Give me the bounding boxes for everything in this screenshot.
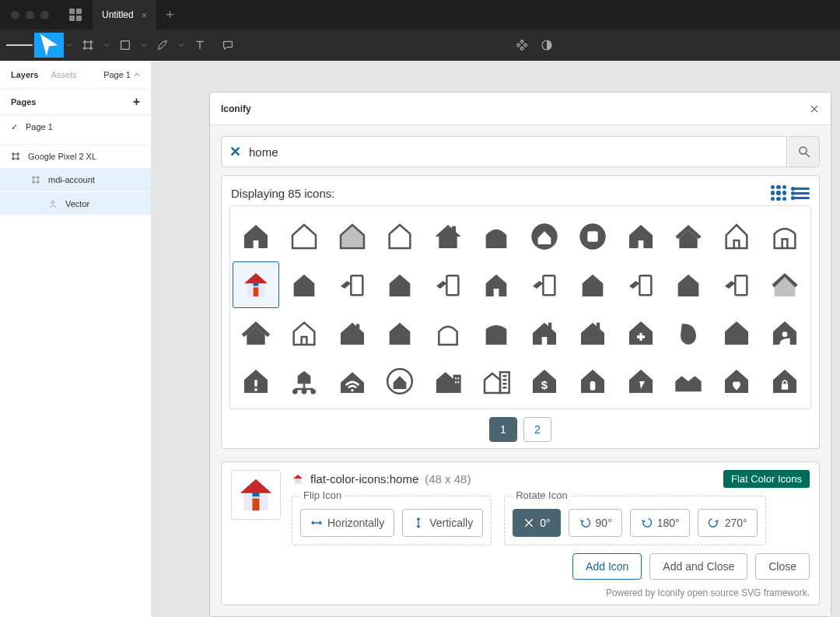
svg-rect-30: [458, 377, 460, 380]
page-1[interactable]: 1: [489, 417, 517, 442]
icon-home-heart[interactable]: [714, 359, 759, 404]
icon-home-solid6[interactable]: [666, 262, 711, 307]
icon-home-chimney-solid[interactable]: [330, 310, 375, 356]
flip-vertical-button[interactable]: Vertically: [402, 509, 483, 537]
close-tab-icon[interactable]: ×: [142, 9, 148, 21]
icon-home-chimney[interactable]: [425, 214, 471, 259]
svg-rect-4: [452, 226, 456, 233]
clear-search-icon[interactable]: ✕: [229, 143, 241, 160]
icon-home-alert[interactable]: [233, 359, 278, 404]
comment-tool[interactable]: [215, 33, 241, 58]
page-dropdown[interactable]: Page 1: [103, 70, 140, 79]
icon-home-chimney2[interactable]: [522, 310, 567, 356]
close-button[interactable]: Close: [755, 553, 810, 580]
icon-home-wifi[interactable]: [330, 359, 375, 404]
icon-home-solid5[interactable]: [570, 262, 615, 307]
rotate-90-button[interactable]: 90°: [569, 509, 622, 537]
shape-tool[interactable]: [112, 33, 138, 58]
flip-horizontal-button[interactable]: Horizontally: [300, 509, 394, 537]
plugins-icon[interactable]: [515, 38, 529, 52]
icon-home-plus[interactable]: [618, 310, 663, 356]
grid-view-button[interactable]: [771, 185, 786, 201]
document-tab-title: Untitled: [102, 9, 134, 20]
icon-home-gray[interactable]: [762, 262, 807, 307]
traffic-min[interactable]: [26, 11, 34, 19]
icon-home-dollar[interactable]: $: [522, 359, 567, 404]
frame-tool[interactable]: [75, 33, 101, 58]
icon-smart-home[interactable]: [666, 310, 711, 356]
icon-home-hollow[interactable]: [425, 310, 471, 356]
icon-home-outline-door[interactable]: [714, 214, 759, 259]
frame-layer[interactable]: Google Pixel 2 XL: [0, 145, 151, 168]
icon-home-simple[interactable]: [377, 310, 422, 356]
icon-home-solid2[interactable]: [618, 214, 663, 259]
traffic-close[interactable]: [11, 11, 19, 19]
icon-home-screen4[interactable]: [618, 262, 663, 307]
tab-assets[interactable]: Assets: [51, 70, 76, 79]
move-tool[interactable]: [34, 33, 64, 58]
icon-home-screen5[interactable]: [714, 262, 759, 307]
icon-home-circle-outline[interactable]: [377, 359, 422, 404]
new-tab-button[interactable]: +: [166, 7, 174, 23]
icon-flat-color-home[interactable]: [233, 262, 278, 307]
icon-home-square[interactable]: [474, 310, 519, 356]
icon-home-chimney3[interactable]: [570, 310, 615, 356]
frame-tool-dropdown[interactable]: [103, 42, 110, 48]
icon-home-solid4[interactable]: [377, 262, 422, 307]
rotate-0-button[interactable]: 0°: [513, 509, 560, 537]
contrast-icon[interactable]: [540, 38, 554, 52]
vector-layer[interactable]: Vector: [0, 191, 151, 215]
add-page-button[interactable]: +: [133, 95, 140, 109]
traffic-max[interactable]: [40, 11, 49, 19]
page-2[interactable]: 2: [523, 417, 551, 442]
icon-home-solid7[interactable]: [714, 310, 759, 356]
pen-tool[interactable]: [149, 33, 176, 58]
icon-home-screen3[interactable]: [522, 262, 567, 307]
icon-home-solid[interactable]: [233, 214, 278, 259]
icon-home-solid3[interactable]: [282, 262, 327, 307]
move-tool-dropdown[interactable]: [65, 42, 73, 48]
tab-layers[interactable]: Layers: [11, 70, 38, 79]
icon-home-square-circle[interactable]: [570, 214, 615, 259]
search-input[interactable]: [249, 145, 779, 159]
rotate-180-button[interactable]: 180°: [630, 509, 690, 537]
icon-home-duo[interactable]: [666, 359, 711, 404]
icon-home-outline-tall[interactable]: [377, 214, 422, 259]
svg-rect-7: [587, 231, 597, 241]
icon-home-zero[interactable]: [570, 359, 615, 404]
canvas[interactable]: Iconify ✕: [152, 61, 840, 617]
icon-home-building1[interactable]: [425, 359, 471, 404]
menu-button[interactable]: [6, 33, 33, 58]
icon-home-screen1[interactable]: [330, 262, 375, 307]
shape-tool-dropdown[interactable]: [140, 42, 148, 48]
flip-fieldset: Flip Icon Horizontally Vertically: [292, 496, 492, 545]
icon-home-arrow[interactable]: [618, 359, 663, 404]
icon-home-roof[interactable]: [666, 214, 711, 259]
page-item[interactable]: ✓ Page 1: [0, 115, 151, 138]
icon-home-light[interactable]: [330, 214, 375, 259]
text-tool[interactable]: [187, 33, 213, 58]
icon-home-solid-door[interactable]: [474, 262, 519, 307]
icon-home-wide-roof[interactable]: [233, 310, 278, 356]
icon-home-lock[interactable]: [762, 359, 807, 404]
search-button[interactable]: [789, 136, 820, 167]
add-and-close-button[interactable]: Add and Close: [649, 553, 747, 580]
icon-home-screen2[interactable]: [425, 262, 471, 307]
icon-set-badge[interactable]: Flat Color Icons: [723, 470, 810, 488]
icon-home-round[interactable]: [474, 214, 519, 259]
icon-home-circle[interactable]: [522, 214, 567, 259]
component-layer[interactable]: mdi-account: [0, 168, 151, 191]
rotate-270-button[interactable]: 270°: [698, 509, 758, 537]
apps-grid-icon[interactable]: [69, 9, 82, 21]
icon-home-arch[interactable]: [762, 214, 807, 259]
icon-home-network[interactable]: [282, 359, 327, 404]
document-tab[interactable]: Untitled ×: [93, 0, 156, 30]
icon-home-outline2[interactable]: [282, 310, 327, 356]
icon-home-user[interactable]: [762, 310, 807, 356]
pen-tool-dropdown[interactable]: [177, 42, 185, 48]
icon-home-building2[interactable]: [474, 359, 519, 404]
panel-close-button[interactable]: [809, 103, 820, 114]
list-view-button[interactable]: [793, 185, 810, 201]
add-icon-button[interactable]: Add Icon: [572, 553, 642, 580]
icon-home-outline[interactable]: [282, 214, 327, 259]
